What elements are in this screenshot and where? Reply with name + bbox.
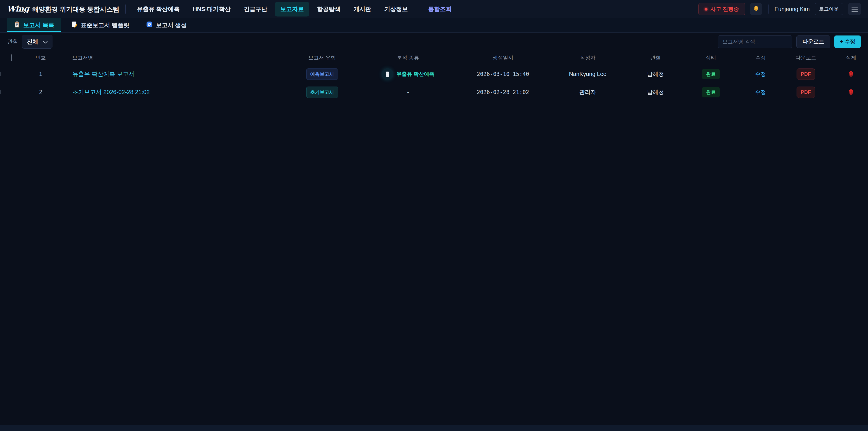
checkbox-cell <box>0 90 23 94</box>
jurisdiction-selected-value: 전체 <box>27 38 38 45</box>
tab-standard-template[interactable]: 표준보고서 템플릿 <box>64 18 136 32</box>
logo-wordmark: Wing <box>7 4 29 13</box>
incident-dot-icon <box>705 8 708 11</box>
status-cell: 완료 <box>678 69 744 79</box>
report-type-cell: 예측보고서 <box>291 68 352 80</box>
nav-item-reports[interactable]: 보고자료 <box>275 2 309 17</box>
header-author: 작성자 <box>542 54 633 61</box>
tab-label: 표준보고서 템플릿 <box>81 21 129 29</box>
trash-icon <box>848 70 854 78</box>
edit-link[interactable]: 수정 <box>744 70 778 78</box>
trash-icon <box>848 88 854 96</box>
checkbox-cell <box>0 72 23 76</box>
incident-status-label: 사고 진행중 <box>710 5 739 13</box>
edit-link[interactable]: 수정 <box>744 89 778 96</box>
oil-drum-icon <box>381 68 393 80</box>
delete-button[interactable] <box>834 88 868 96</box>
nav-item-oil-spill[interactable]: 유출유 확산예측 <box>131 2 185 17</box>
row-number: 1 <box>23 71 59 77</box>
topbar-right: 사고 진행중 Eunjeong Kim 로그아웃 <box>699 3 861 16</box>
download-button[interactable]: 다운로드 <box>796 35 830 48</box>
filter-toolbar: 관할 전체 다운로드 + 수정 <box>0 33 868 51</box>
header-delete: 삭제 <box>834 54 868 61</box>
app-logo[interactable]: Wing 해양환경 위기대응 통합시스템 <box>7 4 119 14</box>
row-checkbox[interactable] <box>0 72 0 76</box>
download-cell: PDF <box>778 68 834 80</box>
select-all-checkbox[interactable] <box>11 55 11 61</box>
chevron-down-icon <box>43 38 48 45</box>
status-cell: 완료 <box>678 87 744 97</box>
divider <box>125 4 126 13</box>
header-no: 번호 <box>23 54 59 61</box>
user-name: Eunjeong Kim <box>774 6 810 12</box>
nav-item-integrated-search[interactable]: 통합조회 <box>423 2 457 17</box>
divider <box>768 4 769 13</box>
header-status: 상태 <box>678 54 744 61</box>
header-jurisdiction: 관할 <box>633 54 678 61</box>
author: 관리자 <box>542 88 633 96</box>
report-type-badge: 예측보고서 <box>306 68 338 80</box>
header-download: 다운로드 <box>778 54 834 61</box>
jurisdiction-select[interactable]: 전체 <box>22 35 53 49</box>
menu-icon <box>851 7 858 11</box>
top-bar: Wing 해양환경 위기대응 통합시스템 유출유 확산예측 HNS·대기확산 긴… <box>0 0 868 18</box>
jurisdiction: 남해청 <box>633 88 678 96</box>
author: NanKyung Lee <box>542 71 633 77</box>
memo-icon <box>71 21 78 29</box>
main-nav: 유출유 확산예측 HNS·대기확산 긴급구난 보고자료 항공탐색 게시판 기상정… <box>131 2 457 17</box>
report-table: 번호 보고서명 보고서 유형 분석 종류 생성일시 작성자 관할 상태 수정 다… <box>0 51 868 101</box>
report-search-input[interactable] <box>718 35 792 48</box>
report-type-cell: 초기보고서 <box>291 87 352 98</box>
logout-button[interactable]: 로그아웃 <box>815 3 843 15</box>
row-number: 2 <box>23 89 59 95</box>
jurisdiction: 남해청 <box>633 70 678 78</box>
bottom-strip <box>0 425 868 431</box>
report-name-link[interactable]: 유출유 확산예측 보고서 <box>59 70 291 78</box>
nav-item-rescue[interactable]: 긴급구난 <box>238 2 273 17</box>
nav-item-aerial-search[interactable]: 항공탐색 <box>311 2 346 17</box>
nav-item-weather[interactable]: 기상정보 <box>379 2 413 17</box>
header-analysis: 분석 종류 <box>352 54 463 61</box>
incident-status-badge[interactable]: 사고 진행중 <box>699 3 745 16</box>
analysis-type-label: 유출유 확산예측 <box>397 70 434 78</box>
tab-label: 보고서 목록 <box>23 21 54 29</box>
pdf-download-button[interactable]: PDF <box>797 87 815 98</box>
tab-label: 보고서 생성 <box>156 21 187 29</box>
header-created: 생성일시 <box>463 54 542 61</box>
nav-item-hns[interactable]: HNS·대기확산 <box>187 2 236 17</box>
report-name-link[interactable]: 초기보고서 2026-02-28 21:02 <box>59 88 291 96</box>
status-badge: 완료 <box>702 69 720 79</box>
analysis-type-cell: - <box>352 89 463 95</box>
divider <box>418 5 418 13</box>
header-name: 보고서명 <box>59 54 291 61</box>
status-badge: 완료 <box>702 87 720 97</box>
report-tabs: 보고서 목록 표준보고서 템플릿 보고서 생성 <box>0 18 868 33</box>
analysis-type-cell: 유출유 확산예측 <box>352 68 463 80</box>
menu-button[interactable] <box>848 3 861 15</box>
app-title: 해양환경 위기대응 통합시스템 <box>32 5 119 14</box>
download-cell: PDF <box>778 87 834 98</box>
delete-button[interactable] <box>834 70 868 78</box>
tab-report-list[interactable]: 보고서 목록 <box>7 18 61 32</box>
report-type-badge: 초기보고서 <box>306 87 338 98</box>
edit-button[interactable]: + 수정 <box>834 35 861 48</box>
header-edit: 수정 <box>744 54 778 61</box>
row-checkbox[interactable] <box>0 90 0 94</box>
pdf-download-button[interactable]: PDF <box>797 68 815 80</box>
bell-icon <box>752 5 760 13</box>
table-row: 1 유출유 확산예측 보고서 예측보고서 유출유 확산예측 2026-03-10… <box>0 65 868 83</box>
tab-create-report[interactable]: 보고서 생성 <box>139 18 193 32</box>
table-row: 2 초기보고서 2026-02-28 21:02 초기보고서 - 2026-02… <box>0 83 868 101</box>
table-header-row: 번호 보고서명 보고서 유형 분석 종류 생성일시 작성자 관할 상태 수정 다… <box>0 51 868 65</box>
created-at: 2026-02-28 21:02 <box>463 89 542 95</box>
header-type: 보고서 유형 <box>291 54 352 61</box>
created-at: 2026-03-10 15:40 <box>463 71 542 77</box>
nav-item-board[interactable]: 게시판 <box>348 2 377 17</box>
clipboard-icon <box>13 21 20 29</box>
refresh-icon <box>146 21 153 29</box>
select-all-cell <box>0 55 23 61</box>
jurisdiction-filter-label: 관할 <box>7 38 18 45</box>
notifications-button[interactable] <box>750 3 762 15</box>
